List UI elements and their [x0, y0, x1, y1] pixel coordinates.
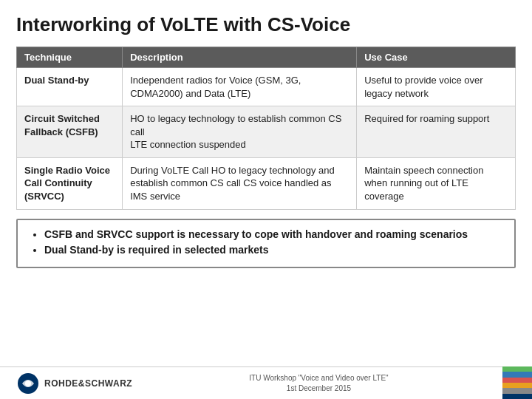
color-bar-darkblue — [502, 394, 532, 399]
usecase-cell: Useful to provide voice over legacy netw… — [357, 68, 516, 106]
color-bar-blue — [502, 372, 532, 377]
color-bar-orange — [502, 383, 532, 388]
color-bar-red — [502, 378, 532, 383]
color-bar-green — [502, 366, 532, 372]
bullet-item-2: Dual Stand-by is required in selected ma… — [44, 243, 502, 258]
col-header-description: Description — [123, 47, 357, 68]
workshop-line2: 1st December 2015 — [132, 383, 505, 394]
technique-cell: Circuit Switched Fallback (CSFB) — [17, 106, 123, 158]
table-wrapper: Technique Description Use Case Dual Stan… — [16, 47, 516, 209]
logo-area: ROHDE&SCHWARZ — [16, 372, 132, 395]
usecase-cell: Maintain speech connection when running … — [357, 157, 516, 209]
svg-point-1 — [25, 381, 31, 386]
col-header-usecase: Use Case — [357, 47, 516, 68]
usecase-cell: Required for roaming support — [357, 106, 516, 158]
slide: Interworking of VoLTE with CS-Voice Tech… — [0, 0, 532, 399]
table-row: Single Radio Voice Call Continuity (SRVC… — [17, 157, 516, 209]
footer-workshop-info: ITU Workshop "Voice and Video over LTE" … — [132, 373, 505, 394]
description-cell: HO to legacy technology to establish com… — [123, 106, 357, 158]
footer: ROHDE&SCHWARZ ITU Workshop "Voice and Vi… — [0, 366, 532, 399]
slide-title: Interworking of VoLTE with CS-Voice — [16, 13, 516, 36]
description-cell: During VoLTE Call HO to legacy technolog… — [123, 157, 357, 209]
table-row: Dual Stand-by Independent radios for Voi… — [17, 68, 516, 106]
workshop-line1: ITU Workshop "Voice and Video over LTE" — [132, 373, 505, 383]
color-bar — [502, 366, 532, 399]
main-table: Technique Description Use Case Dual Stan… — [16, 47, 516, 209]
brand-logo-icon — [16, 372, 40, 395]
bullet-list: CSFB and SRVCC support is necessary to c… — [30, 228, 502, 258]
description-cell: Independent radios for Voice (GSM, 3G, C… — [123, 68, 357, 106]
col-header-technique: Technique — [17, 47, 123, 68]
table-row: Circuit Switched Fallback (CSFB) HO to l… — [17, 106, 516, 158]
technique-cell: Single Radio Voice Call Continuity (SRVC… — [17, 157, 123, 209]
brand-logo-text: ROHDE&SCHWARZ — [44, 378, 132, 389]
color-bar-gray — [502, 388, 532, 393]
bullet-item-1: CSFB and SRVCC support is necessary to c… — [44, 228, 502, 242]
technique-cell: Dual Stand-by — [17, 68, 123, 106]
bullet-box: CSFB and SRVCC support is necessary to c… — [16, 219, 516, 268]
